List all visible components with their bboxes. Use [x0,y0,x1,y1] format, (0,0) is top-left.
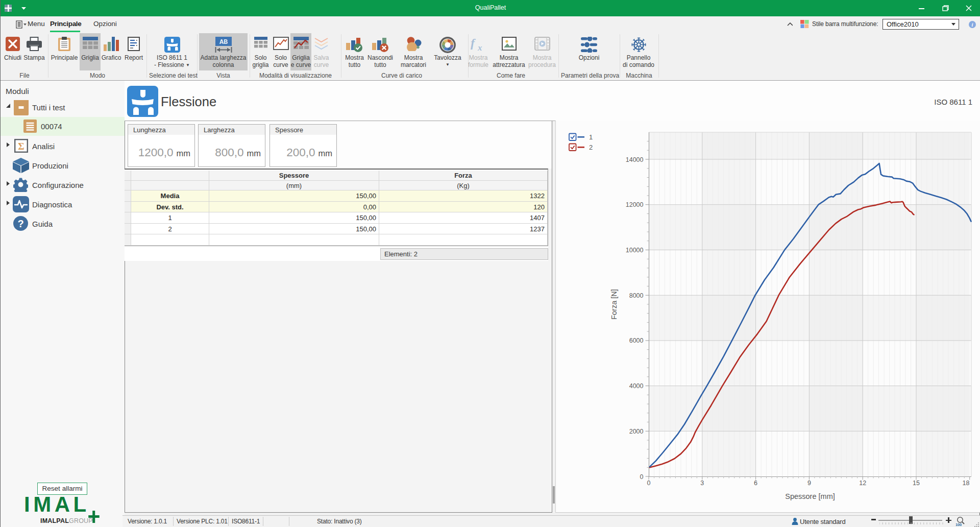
svg-text:0: 0 [647,480,651,487]
svg-text:f: f [471,37,476,50]
svg-text:3: 3 [700,480,704,487]
svg-text:18: 18 [963,480,970,487]
svg-text:9: 9 [807,480,811,487]
svg-text:6: 6 [754,480,757,487]
svg-text:i: i [972,22,973,28]
svg-text:2: 2 [589,143,593,151]
svg-text:6000: 6000 [629,337,644,344]
svg-text:?: ? [17,218,23,229]
svg-text:12: 12 [859,480,866,487]
svg-text:4000: 4000 [629,382,644,390]
svg-text:x: x [477,43,482,52]
svg-text:Σ: Σ [18,141,24,152]
svg-text:0: 0 [640,473,644,481]
svg-text:2000: 2000 [629,428,644,435]
svg-text:Spessore [mm]: Spessore [mm] [785,492,835,500]
svg-text:10000: 10000 [626,247,644,254]
svg-text:1: 1 [589,133,593,141]
svg-text:14000: 14000 [626,156,644,163]
svg-text:AB: AB [219,38,227,46]
svg-text:15: 15 [913,480,920,487]
svg-text:Forza [N]: Forza [N] [610,289,618,320]
svg-text:8000: 8000 [629,292,644,299]
svg-text:12000: 12000 [626,201,644,208]
